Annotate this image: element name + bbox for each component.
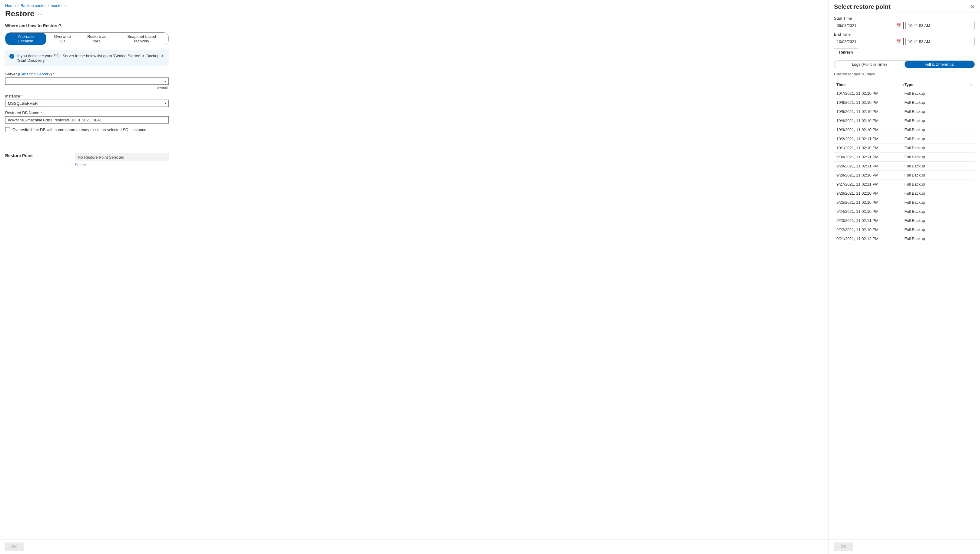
filter-text: Filtered for last 30 days: [834, 72, 975, 76]
cell-time: 10/7/2021, 11:02:10 PM: [836, 91, 905, 96]
chevron-right-icon: ›: [48, 3, 49, 8]
select-restore-point-panel: Select restore point ✕ Start Time 09/08/…: [829, 0, 980, 554]
main-pane: Home › Backup center › master › Restore …: [0, 0, 829, 554]
cell-type: Full Backup: [905, 164, 973, 168]
cell-time: 9/24/2021, 11:02:10 PM: [836, 209, 905, 214]
cell-time: 9/21/2021, 11:02:12 PM: [836, 236, 905, 241]
table-row[interactable]: 9/30/2021, 11:02:11 PMFull Backup: [834, 153, 975, 162]
ok-button-side[interactable]: OK: [834, 543, 853, 551]
table-row[interactable]: 10/7/2021, 11:02:10 PMFull Backup: [834, 89, 975, 98]
table-row[interactable]: 9/21/2021, 11:02:12 PMFull Backup: [834, 234, 975, 244]
cell-time: 9/29/2021, 11:02:11 PM: [836, 164, 905, 168]
sort-icon: ↑↓: [901, 83, 905, 87]
restore-point-label: Restore Point: [5, 153, 66, 158]
server-select[interactable]: ▾: [5, 78, 169, 85]
table-row[interactable]: 9/28/2021, 11:02:10 PMFull Backup: [834, 171, 975, 180]
breadcrumb: Home › Backup center › master ›: [5, 3, 824, 9]
table-row[interactable]: 10/5/2021, 11:02:10 PMFull Backup: [834, 107, 975, 116]
breadcrumb-master[interactable]: master: [51, 3, 63, 8]
table-row[interactable]: 10/1/2021, 11:02:10 PMFull Backup: [834, 143, 975, 153]
table-row[interactable]: 9/27/2021, 11:02:11 PMFull Backup: [834, 180, 975, 189]
cant-find-server-link[interactable]: Can't find Server?: [19, 72, 51, 76]
table-row[interactable]: 10/6/2021, 11:02:10 PMFull Backup: [834, 98, 975, 107]
end-time-label: End Time: [834, 32, 975, 37]
close-icon[interactable]: ✕: [970, 4, 975, 10]
table-row[interactable]: 10/4/2021, 11:02:10 PMFull Backup: [834, 116, 975, 125]
instance-select[interactable]: MSSQLSERVER ▾: [5, 100, 169, 107]
chevron-down-icon: ▾: [164, 102, 166, 105]
cell-time: 10/2/2021, 11:02:11 PM: [836, 137, 905, 141]
table-row[interactable]: 10/2/2021, 11:02:11 PMFull Backup: [834, 134, 975, 143]
start-time-label: Start Time: [834, 16, 975, 21]
chevron-down-icon: ▾: [164, 80, 166, 83]
end-date-value: 10/08/2021: [837, 39, 856, 44]
info-icon: i: [10, 54, 14, 59]
restore-point-value: No Restore Point Selected: [75, 153, 169, 161]
cell-time: 9/30/2021, 11:02:11 PM: [836, 155, 905, 159]
cell-time: 9/23/2021, 11:02:11 PM: [836, 218, 905, 223]
end-date-input[interactable]: 10/08/2021 📅: [834, 38, 903, 45]
cell-type: Full Backup: [905, 182, 973, 186]
cell-time: 10/5/2021, 11:02:10 PM: [836, 109, 905, 114]
instance-select-value: MSSQLSERVER: [8, 101, 38, 106]
cell-type: Full Backup: [905, 146, 973, 150]
restore-point-type-tabs: Logs (Point in Time) Full & Differential: [834, 60, 975, 68]
section-heading-where: Where and how to Restore?: [5, 23, 169, 28]
cell-type: Full Backup: [905, 236, 973, 241]
cell-type: Full Backup: [905, 137, 973, 141]
start-date-value: 09/08/2021: [837, 23, 856, 28]
cell-time: 10/4/2021, 11:02:10 PM: [836, 118, 905, 123]
page-title: Restore: [5, 9, 35, 19]
cell-type: Full Backup: [905, 209, 973, 214]
cell-time: 10/1/2021, 11:02:10 PM: [836, 146, 905, 150]
cell-type: Full Backup: [905, 228, 973, 232]
table-row[interactable]: 9/29/2021, 11:02:11 PMFull Backup: [834, 162, 975, 171]
chevron-right-icon: ›: [64, 3, 66, 8]
side-panel-title: Select restore point: [834, 3, 891, 10]
calendar-icon: 📅: [896, 23, 901, 28]
table-row[interactable]: 10/3/2021, 11:02:10 PMFull Backup: [834, 125, 975, 134]
table-row[interactable]: 9/26/2021, 11:02:10 PMFull Backup: [834, 189, 975, 198]
breadcrumb-backup-center[interactable]: Backup center: [21, 3, 46, 8]
cell-type: Full Backup: [905, 109, 973, 114]
dbname-input[interactable]: ecy-zone1-machine1-db1_restored_10_8_202…: [5, 116, 169, 124]
more-icon[interactable]: ···: [38, 11, 43, 16]
cell-time: 9/22/2021, 11:02:10 PM: [836, 228, 905, 232]
ok-button-main[interactable]: OK: [5, 543, 24, 551]
info-banner-text: If you don't see your SQL Server in the …: [17, 54, 164, 63]
end-time-input[interactable]: 10:41:53 AM: [905, 38, 975, 45]
cell-type: Full Backup: [905, 118, 973, 123]
table-row[interactable]: 9/23/2021, 11:02:11 PMFull Backup: [834, 216, 975, 225]
cell-time: 9/28/2021, 11:02:10 PM: [836, 173, 905, 177]
restore-point-select-link[interactable]: Select: [75, 162, 86, 167]
breadcrumb-home[interactable]: Home: [5, 3, 16, 8]
cell-time: 10/6/2021, 11:02:10 PM: [836, 100, 905, 105]
tab-snapshot-recovery[interactable]: Snapshot-based recovery: [115, 33, 168, 45]
tab-overwrite-db[interactable]: Overwrite DB: [46, 33, 78, 45]
restore-mode-tabs: Alternate Location Overwrite DB Restore …: [5, 32, 169, 45]
tab-alternate-location[interactable]: Alternate Location: [5, 33, 46, 45]
overwrite-checkbox[interactable]: [5, 127, 10, 132]
start-time-input[interactable]: 10:41:53 AM: [905, 22, 975, 29]
start-time-value: 10:41:53 AM: [908, 23, 931, 28]
th-time[interactable]: Time ↑↓: [836, 82, 905, 87]
cell-type: Full Backup: [905, 218, 973, 223]
tab-restore-as-files[interactable]: Restore as files: [79, 33, 115, 45]
cell-type: Full Backup: [905, 91, 973, 96]
cell-type: Full Backup: [905, 191, 973, 196]
tab-logs-pit[interactable]: Logs (Point in Time): [834, 61, 905, 68]
dbname-input-value: ecy-zone1-machine1-db1_restored_10_8_202…: [8, 118, 102, 122]
cell-type: Full Backup: [905, 100, 973, 105]
cell-time: 9/26/2021, 11:02:10 PM: [836, 191, 905, 196]
tab-full-differential[interactable]: Full & Differential: [905, 61, 975, 68]
cell-time: 9/27/2021, 11:02:11 PM: [836, 182, 905, 186]
th-type[interactable]: Type ↑↓: [905, 82, 973, 87]
refresh-button[interactable]: Refresh: [834, 48, 858, 56]
table-row[interactable]: 9/24/2021, 11:02:10 PMFull Backup: [834, 207, 975, 216]
chevron-right-icon: ›: [18, 3, 19, 8]
table-row[interactable]: 9/25/2021, 11:02:10 PMFull Backup: [834, 198, 975, 207]
server-label: Server (Can't find Server?) *: [5, 72, 169, 76]
table-row[interactable]: 9/22/2021, 11:02:10 PMFull Backup: [834, 225, 975, 234]
start-date-input[interactable]: 09/08/2021 📅: [834, 22, 903, 29]
cell-type: Full Backup: [905, 155, 973, 159]
